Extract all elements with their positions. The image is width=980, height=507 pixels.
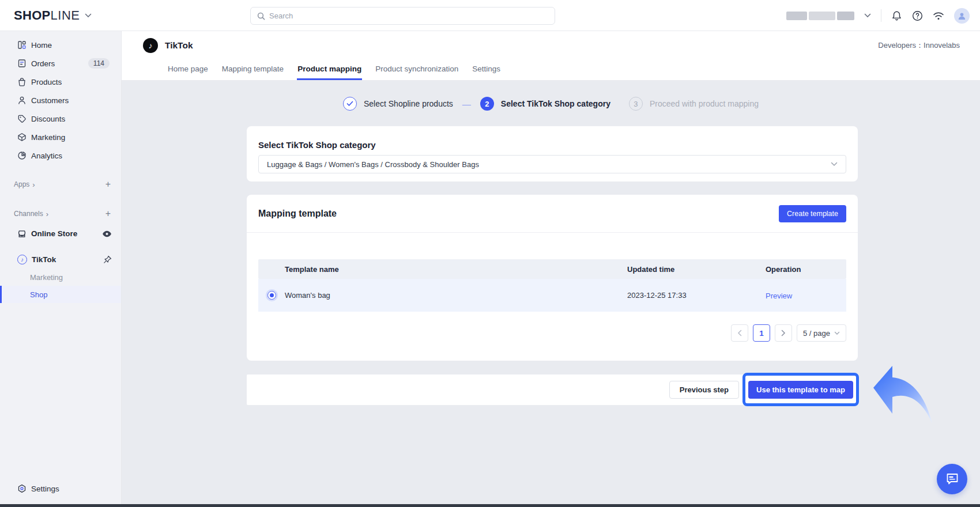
step-number: 2: [480, 97, 494, 111]
category-card-title: Select TikTok Shop category: [258, 140, 846, 150]
create-template-button[interactable]: Create template: [779, 205, 846, 222]
row-radio-selected[interactable]: [267, 291, 276, 300]
account-name-redacted[interactable]: [786, 12, 854, 20]
home-icon: [17, 40, 27, 50]
support-chat-button[interactable]: [937, 464, 967, 494]
chevron-left-icon: [737, 330, 742, 336]
customers-icon: [17, 96, 27, 105]
chevron-right-icon: [781, 330, 786, 336]
tab-mapping-template[interactable]: Mapping template: [221, 59, 284, 80]
tiktok-app-icon: ♪: [143, 38, 158, 53]
tab-product-synchronization[interactable]: Product synchronization: [375, 59, 459, 80]
prev-page-button[interactable]: [731, 324, 748, 342]
table-row[interactable]: Woman's bag 2023-12-25 17:33 Preview: [258, 279, 846, 312]
sidebar-item-customers[interactable]: Customers: [0, 91, 121, 109]
user-avatar[interactable]: [954, 8, 970, 24]
sidebar-section-apps[interactable]: Apps › +: [0, 177, 121, 191]
notification-bell-icon[interactable]: [891, 10, 902, 21]
chevron-down-icon: [85, 13, 92, 18]
global-search[interactable]: [250, 7, 555, 25]
chat-bubble-icon: [945, 472, 959, 486]
sidebar-item-label: Orders: [31, 59, 55, 68]
pin-icon[interactable]: [103, 255, 112, 264]
chevron-right-icon: ›: [46, 210, 48, 218]
previous-step-button[interactable]: Previous step: [669, 381, 739, 399]
column-operation: Operation: [766, 265, 846, 274]
sidebar-item-analytics[interactable]: Analytics: [0, 146, 121, 165]
preview-link[interactable]: Preview: [766, 292, 792, 300]
step-label: Proceed with product mapping: [650, 99, 759, 108]
sidebar-item-settings[interactable]: Settings: [0, 480, 121, 497]
channels-label: Channels: [14, 210, 43, 218]
template-table: Template name Updated time Operation Wom…: [258, 259, 846, 312]
category-card: Select TikTok Shop category Luggage & Ba…: [247, 126, 858, 181]
step-done-icon: [343, 97, 357, 111]
sidebar-item-label: Marketing: [31, 133, 65, 142]
help-icon[interactable]: [912, 10, 923, 21]
mapping-template-title: Mapping template: [258, 209, 337, 219]
sidebar-item-tiktok-marketing[interactable]: Marketing: [0, 268, 121, 286]
sidebar-item-label: Analytics: [31, 152, 62, 160]
page-size-value: 5 / page: [803, 329, 830, 338]
page-title: TikTok: [165, 40, 193, 51]
page-number-button[interactable]: 1: [753, 324, 770, 342]
logo-text-shop: SHOP: [14, 8, 51, 23]
sidebar-item-label: Customers: [31, 96, 69, 105]
sidebar-section-channels[interactable]: Channels › +: [0, 207, 121, 220]
pagination: 1 5 / page: [258, 324, 846, 342]
top-right-cluster: [786, 0, 970, 31]
sidebar-item-products[interactable]: Products: [0, 73, 121, 91]
chevron-down-icon: [834, 331, 840, 335]
shopline-logo[interactable]: SHOPLINE: [14, 0, 92, 31]
mapping-template-card: Mapping template Create template Templat…: [247, 195, 858, 361]
eye-icon[interactable]: [102, 230, 112, 237]
sidebar-item-label: Discounts: [31, 115, 65, 123]
top-bar: SHOPLINE: [0, 0, 980, 31]
sidebar-item-tiktok-shop[interactable]: Shop: [0, 286, 121, 303]
category-select[interactable]: Luggage & Bags / Women's Bags / Crossbod…: [258, 155, 846, 173]
sidebar-item-orders[interactable]: Orders 114: [0, 54, 121, 73]
orders-icon: [17, 59, 27, 68]
step-proceed-product-mapping: 3 Proceed with product mapping: [629, 97, 759, 111]
sidebar-item-home[interactable]: Home: [0, 36, 121, 54]
add-channel-button[interactable]: +: [105, 209, 111, 219]
network-status-icon[interactable]: [933, 10, 944, 21]
marketing-icon: [17, 133, 27, 142]
mapping-template-header: Mapping template Create template: [247, 195, 858, 233]
add-app-button[interactable]: +: [105, 179, 111, 190]
use-template-to-map-button[interactable]: Use this template to map: [748, 381, 853, 399]
step-label: Select Shopline products: [364, 99, 453, 108]
cell-updated-time: 2023-12-25 17:33: [627, 291, 766, 300]
chevron-right-icon: ›: [32, 180, 35, 189]
tab-home-page[interactable]: Home page: [167, 59, 209, 80]
progress-stepper: Select Shopline products — 2 Select TikT…: [343, 97, 759, 111]
tab-product-mapping[interactable]: Product mapping: [297, 59, 362, 80]
analytics-icon: [17, 151, 27, 160]
sidebar-item-label: Settings: [31, 485, 59, 493]
gear-icon: [17, 484, 27, 493]
step-label: Select TikTok Shop category: [501, 99, 610, 108]
annotation-highlight-box: Use this template to map: [742, 373, 859, 406]
logo-text-line: LINE: [51, 8, 80, 23]
sidebar-item-discounts[interactable]: Discounts: [0, 109, 121, 128]
page-size-select[interactable]: 5 / page: [797, 324, 846, 342]
step-number: 3: [629, 97, 643, 111]
sidebar-item-label: Home: [31, 41, 52, 50]
table-header-row: Template name Updated time Operation: [258, 259, 846, 279]
sidebar-item-online-store[interactable]: Online Store: [0, 225, 121, 243]
apps-label: Apps: [14, 180, 29, 188]
discounts-icon: [17, 114, 27, 123]
store-icon: [17, 229, 27, 239]
sidebar-item-tiktok[interactable]: ♪ TikTok: [0, 251, 121, 268]
column-template-name: Template name: [285, 265, 627, 274]
person-icon: [958, 12, 966, 20]
tab-settings[interactable]: Settings: [472, 59, 501, 80]
chevron-down-icon[interactable]: [864, 13, 871, 18]
search-icon: [257, 12, 265, 20]
app-header: ♪ TikTok Developers：Innovelabs: [122, 31, 980, 59]
sidebar-item-marketing[interactable]: Marketing: [0, 128, 121, 146]
search-input[interactable]: [269, 12, 548, 20]
bottom-edge-bar: [0, 504, 980, 507]
channel-label: TikTok: [32, 255, 56, 264]
next-page-button[interactable]: [775, 324, 792, 342]
